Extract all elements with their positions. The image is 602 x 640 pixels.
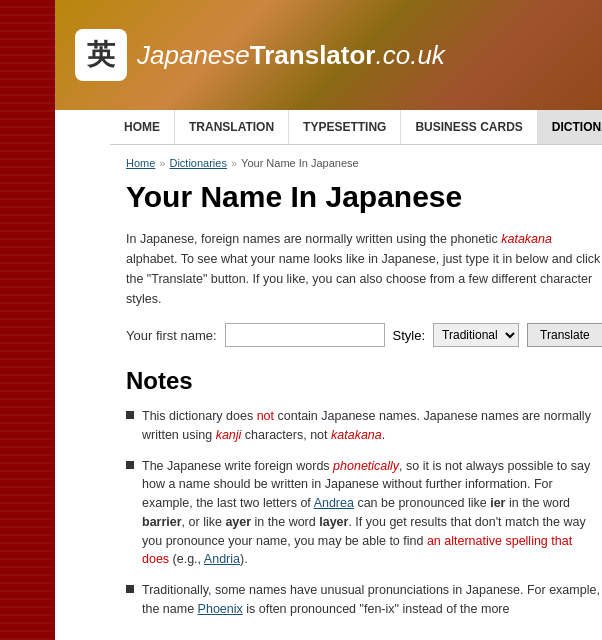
note2-layer: layer: [319, 515, 348, 529]
breadcrumb-dictionaries[interactable]: Dictionaries: [169, 157, 226, 169]
first-name-label: Your first name:: [126, 328, 217, 343]
nav-translation[interactable]: TRANSLATION: [175, 110, 289, 144]
nav-home[interactable]: HOME: [110, 110, 175, 144]
note2-ier: ier: [490, 496, 505, 510]
note-text-2: The Japanese write foreign words phoneti…: [142, 457, 602, 570]
bullet-3: [126, 585, 134, 593]
note3-phoenix[interactable]: Phoenix: [198, 602, 243, 616]
nav-typesetting[interactable]: TYPESETTING: [289, 110, 401, 144]
note-text-1: This dictionary does not contain Japanes…: [142, 407, 602, 445]
breadcrumb-home[interactable]: Home: [126, 157, 155, 169]
note2-phonetically: phonetically: [333, 459, 399, 473]
note-text-3: Traditionally, some names have unusual p…: [142, 581, 602, 619]
site-logo: 英 JapaneseTranslator.co.uk: [75, 29, 445, 81]
logo-text: JapaneseTranslator.co.uk: [137, 40, 445, 71]
note1-not: not: [257, 409, 274, 423]
notes-title: Notes: [126, 367, 602, 395]
note2-barrier: barrier: [142, 515, 182, 529]
note-item-3: Traditionally, some names have unusual p…: [126, 581, 602, 619]
left-border: [0, 0, 55, 640]
bullet-2: [126, 461, 134, 469]
style-select[interactable]: Traditional Modern Simple: [433, 323, 519, 347]
breadcrumb: Home » Dictionaries » Your Name In Japan…: [126, 157, 602, 169]
note1-katakana: katakana: [331, 428, 382, 442]
breadcrumb-sep1: »: [159, 157, 165, 169]
note-item-2: The Japanese write foreign words phoneti…: [126, 457, 602, 570]
note-item-1: This dictionary does not contain Japanes…: [126, 407, 602, 445]
bullet-1: [126, 411, 134, 419]
translate-button[interactable]: Translate: [527, 323, 602, 347]
main-content: Home » Dictionaries » Your Name In Japan…: [110, 145, 602, 640]
breadcrumb-sep2: »: [231, 157, 237, 169]
first-name-input[interactable]: [225, 323, 385, 347]
logo-kanji: 英: [75, 29, 127, 81]
notes-list: This dictionary does not contain Japanes…: [126, 407, 602, 619]
logo-domain: .co.uk: [375, 40, 444, 70]
intro-part2: alphabet. To see what your name looks li…: [126, 252, 600, 306]
site-header: 英 JapaneseTranslator.co.uk: [55, 0, 602, 110]
nav-business-cards[interactable]: BUSINESS CARDS: [401, 110, 537, 144]
intro-part1: In Japanese, foreign names are normally …: [126, 232, 501, 246]
breadcrumb-current: Your Name In Japanese: [241, 157, 359, 169]
style-label: Style:: [393, 328, 426, 343]
logo-name-italic: Japanese: [137, 40, 250, 70]
intro-katakana: katakana: [501, 232, 552, 246]
nav-dictionaries[interactable]: DICTIONARIES: [538, 110, 602, 144]
note2-andrea[interactable]: Andrea: [314, 496, 354, 510]
intro-text: In Japanese, foreign names are normally …: [126, 229, 602, 309]
page-title: Your Name In Japanese: [126, 179, 602, 215]
note2-andria[interactable]: Andria: [204, 552, 240, 566]
main-nav: HOME TRANSLATION TYPESETTING BUSINESS CA…: [110, 110, 602, 145]
note1-kanji: kanji: [216, 428, 242, 442]
logo-name-bold: Translator: [250, 40, 376, 70]
input-row: Your first name: Style: Traditional Mode…: [126, 323, 602, 347]
note2-ayer: ayer: [225, 515, 251, 529]
